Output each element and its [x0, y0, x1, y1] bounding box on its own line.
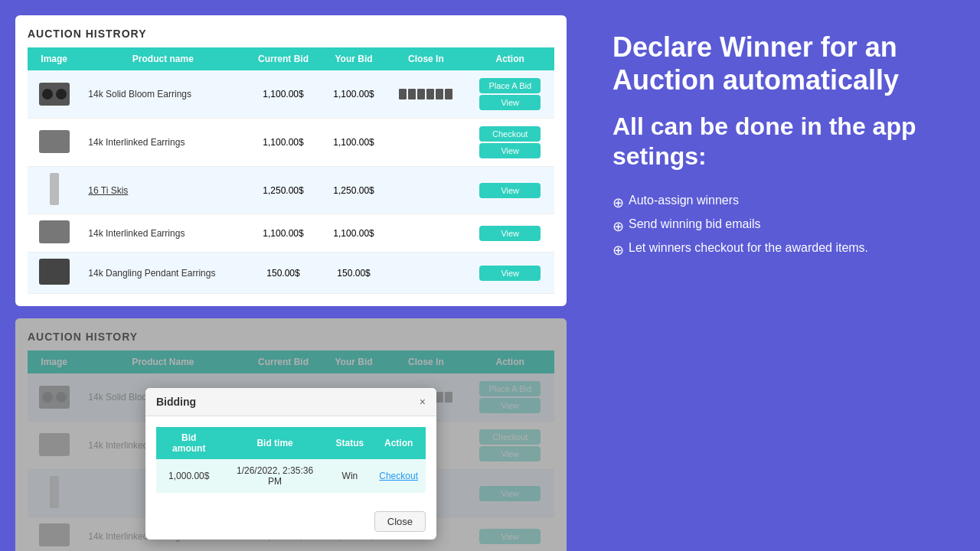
product-link[interactable]: 16 Ti Skis	[88, 185, 128, 196]
sub-headline: All can be done in the app setings:	[612, 112, 949, 171]
feature-icon-2: ⊕	[612, 218, 624, 235]
product-name: 16 Ti Skis	[80, 167, 245, 214]
action-cell: Place A Bid View	[466, 70, 554, 119]
modal-col-action: Action	[371, 427, 426, 459]
table-row: 16 Ti Skis 1,250.00$ 1,250.00$ View	[28, 167, 554, 214]
table-row: 14k Interlinked Earrings 1,100.00$ 1,100…	[28, 214, 554, 253]
product-image	[39, 220, 70, 243]
table-row: 14k Dangling Pendant Earrings 150.00$ 15…	[28, 253, 554, 294]
product-image	[39, 83, 70, 106]
top-card: AUCTION HISTRORY Image Product name Curr…	[15, 15, 567, 306]
action-cell: Checkout View	[466, 119, 554, 167]
checkout-button[interactable]: Checkout	[479, 126, 541, 142]
your-bid: 1,100.00$	[322, 214, 387, 253]
modal-col-bid-amount: Bid amount	[156, 427, 222, 459]
feature-item-1: ⊕ Auto-assign winners	[612, 194, 949, 211]
product-image	[39, 130, 70, 153]
modal-table-row: 1,000.00$ 1/26/2022, 2:35:36 PM Win Chec…	[156, 459, 426, 493]
bid-status: Win	[328, 459, 372, 493]
features-list: ⊕ Auto-assign winners ⊕ Send winning bid…	[612, 194, 949, 259]
view-button[interactable]: View	[479, 266, 541, 281]
bid-amount: 1,000.00$	[156, 459, 222, 493]
modal-title: Bidding	[156, 396, 196, 408]
close-in	[386, 70, 466, 119]
close-in	[386, 214, 466, 253]
top-card-title: AUCTION HISTRORY	[28, 28, 554, 40]
feature-icon-1: ⊕	[612, 194, 624, 211]
feature-item-3: ⊕ Let winners checkout for the awarded i…	[612, 241, 949, 259]
col-your-bid: Your Bid	[322, 47, 387, 70]
col-image: Image	[28, 47, 80, 70]
view-button[interactable]: View	[479, 95, 541, 110]
feature-label-1: Auto-assign winners	[629, 194, 739, 207]
current-bid: 1,100.00$	[245, 119, 321, 167]
product-name: 14k Solid Bloom Earrings	[80, 70, 245, 119]
your-bid: 1,250.00$	[322, 167, 387, 214]
headline-text: Declare Winner for an Auction automatica…	[612, 31, 899, 96]
view-button[interactable]: View	[479, 183, 541, 198]
product-name: 14k Dangling Pendant Earrings	[80, 253, 245, 294]
action-cell: View	[466, 253, 554, 294]
bidding-modal: Bidding × Bid amount Bid time Status Act…	[145, 388, 436, 540]
col-close-in: Close In	[386, 47, 466, 70]
current-bid: 1,250.00$	[245, 167, 321, 214]
bid-action: Checkout	[371, 459, 426, 493]
bidding-table: Bid amount Bid time Status Action 1,000.…	[156, 427, 426, 493]
your-bid: 1,100.00$	[322, 70, 387, 119]
modal-body: Bid amount Bid time Status Action 1,000.…	[145, 416, 436, 504]
col-current-bid: Current Bid	[245, 47, 321, 70]
action-cell: View	[466, 214, 554, 253]
close-in	[386, 253, 466, 294]
col-product: Product name	[80, 47, 245, 70]
modal-overlay: Bidding × Bid amount Bid time Status Act…	[15, 318, 567, 551]
action-cell: View	[466, 167, 554, 214]
left-panel: AUCTION HISTRORY Image Product name Curr…	[0, 0, 582, 551]
feature-label-2: Send winning bid emails	[629, 217, 761, 231]
modal-footer: Close	[145, 504, 436, 540]
table-row: 14k Interlinked Earrings 1,100.00$ 1,100…	[28, 119, 554, 167]
right-panel: Declare Winner for an Auction automatica…	[582, 0, 980, 551]
table-row: 14k Solid Bloom Earrings 1,100.00$ 1,100…	[28, 70, 554, 119]
product-name: 14k Interlinked Earrings	[80, 119, 245, 167]
product-image	[50, 173, 59, 205]
modal-header: Bidding ×	[145, 388, 436, 416]
view-button[interactable]: View	[479, 143, 541, 158]
bottom-card: AUCTION HISTORY Image Product Name Curre…	[15, 318, 567, 551]
modal-close-button[interactable]: Close	[374, 511, 426, 532]
feature-label-3: Let winners checkout for the awarded ite…	[629, 241, 868, 255]
close-in	[386, 167, 466, 214]
feature-item-2: ⊕ Send winning bid emails	[612, 217, 949, 235]
modal-col-status: Status	[328, 427, 372, 459]
checkout-link[interactable]: Checkout	[379, 471, 418, 481]
subheadline-text: All can be done in the app setings:	[612, 112, 916, 169]
main-headline: Declare Winner for an Auction automatica…	[612, 31, 949, 96]
current-bid: 1,100.00$	[245, 70, 321, 119]
bid-time: 1/26/2022, 2:35:36 PM	[222, 459, 328, 493]
current-bid: 1,100.00$	[245, 214, 321, 253]
your-bid: 1,100.00$	[322, 119, 387, 167]
current-bid: 150.00$	[245, 253, 321, 294]
view-button[interactable]: View	[479, 226, 541, 241]
product-image	[39, 259, 70, 285]
modal-col-bid-time: Bid time	[222, 427, 328, 459]
modal-close-x-button[interactable]: ×	[420, 396, 426, 407]
close-in	[386, 119, 466, 167]
col-action: Action	[466, 47, 554, 70]
place-bid-button[interactable]: Place A Bid	[479, 78, 541, 93]
product-name: 14k Interlinked Earrings	[80, 214, 245, 253]
feature-icon-3: ⊕	[612, 242, 624, 259]
top-auction-table: Image Product name Current Bid Your Bid …	[28, 47, 554, 294]
your-bid: 150.00$	[322, 253, 387, 294]
